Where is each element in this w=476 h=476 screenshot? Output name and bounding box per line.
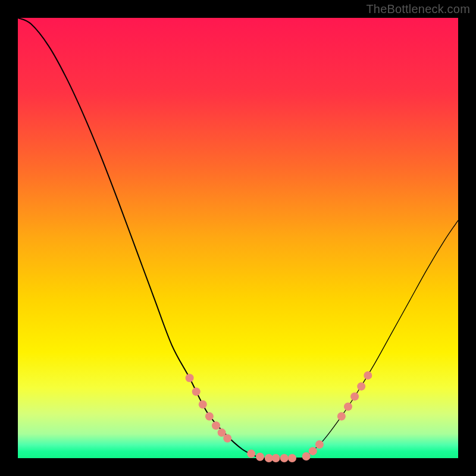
gradient-plot-background xyxy=(18,18,458,458)
marker-point xyxy=(315,440,324,449)
bottleneck-chart xyxy=(0,0,476,476)
watermark-text: TheBottleneck.com xyxy=(366,2,470,16)
marker-point xyxy=(364,371,372,380)
marker-point xyxy=(272,454,280,462)
marker-point xyxy=(280,454,289,462)
marker-point xyxy=(309,447,317,455)
marker-point xyxy=(344,402,352,411)
chart-stage: TheBottleneck.com xyxy=(0,0,476,476)
marker-point xyxy=(357,382,365,390)
marker-point xyxy=(337,412,346,421)
marker-point xyxy=(223,434,231,443)
marker-point xyxy=(247,450,255,458)
marker-point xyxy=(205,412,214,421)
marker-point xyxy=(288,454,296,462)
marker-point xyxy=(192,387,201,396)
marker-point xyxy=(199,400,207,409)
marker-point xyxy=(186,374,194,382)
marker-point xyxy=(212,421,220,430)
marker-point xyxy=(256,453,264,461)
marker-point xyxy=(302,452,311,461)
marker-point xyxy=(350,392,359,400)
